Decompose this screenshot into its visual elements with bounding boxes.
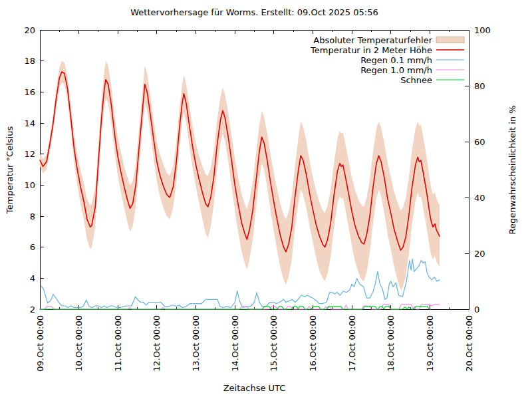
left-axis-title: Temperatur °Celsius xyxy=(5,104,15,237)
y-left-tick-label: 16 xyxy=(24,87,35,97)
y-right-tick-label: 100 xyxy=(474,25,491,35)
y-left-tick-label: 20 xyxy=(24,25,35,35)
x-tick-label: 15.Oct 00:00 xyxy=(269,315,279,372)
right-axis-title: Regenwahrscheinlichkeit in % xyxy=(507,97,517,243)
x-tick-label: 17.Oct 00:00 xyxy=(347,315,357,372)
x-tick-label: 18.Oct 00:00 xyxy=(386,315,396,372)
y-left-tick-label: 12 xyxy=(24,149,35,159)
x-axis-title: Zeitachse UTC xyxy=(0,383,509,393)
y-left-tick-label: 8 xyxy=(30,211,35,221)
x-tick-label: 13.Oct 00:00 xyxy=(191,315,201,372)
y-left-tick-label: 2 xyxy=(30,305,35,315)
y-right-tick-label: 60 xyxy=(474,137,485,147)
y-left-tick-label: 10 xyxy=(24,180,35,190)
y-left-tick-label: 18 xyxy=(24,56,35,66)
x-tick-label: 11.Oct 00:00 xyxy=(113,315,123,372)
legend-label-temperature: Temperatur in 2 Meter Höhe xyxy=(310,45,432,55)
rain_01-line xyxy=(41,259,440,307)
x-tick-label: 10.Oct 00:00 xyxy=(74,315,84,372)
y-right-tick-label: 80 xyxy=(474,81,485,91)
x-tick-label: 09.Oct 00:00 xyxy=(35,315,45,372)
legend-label-rain_01: Regen 0.1 mm/h xyxy=(360,55,432,65)
legend-label-error_band: Absoluter Temperaturfehler xyxy=(313,35,432,45)
legend-swatch-error_band xyxy=(436,37,464,43)
y-left-tick-label: 4 xyxy=(30,273,35,283)
x-tick-label: 19.Oct 00:00 xyxy=(425,315,435,372)
legend-label-rain_10: Regen 1.0 mm/h xyxy=(360,65,432,75)
weather-forecast-chart: 09.Oct 00:0010.Oct 00:0011.Oct 00:0012.O… xyxy=(0,0,532,399)
y-right-tick-label: 20 xyxy=(474,249,485,259)
x-tick-label: 12.Oct 00:00 xyxy=(152,315,162,372)
plot-canvas: 09.Oct 00:0010.Oct 00:0011.Oct 00:0012.O… xyxy=(0,0,532,399)
chart-title: Wettervorhersage für Worms. Erstellt: 09… xyxy=(0,7,509,17)
y-left-tick-label: 6 xyxy=(30,242,35,252)
x-tick-label: 14.Oct 00:00 xyxy=(230,315,240,372)
y-right-tick-label: 40 xyxy=(474,193,485,203)
x-tick-label: 16.Oct 00:00 xyxy=(308,315,318,372)
x-tick-label: 20.Oct 00:00 xyxy=(464,315,474,372)
legend-label-snow: Schnee xyxy=(400,75,432,85)
y-right-tick-label: 0 xyxy=(474,305,479,315)
temperature-error-band xyxy=(40,61,440,290)
y-left-tick-label: 14 xyxy=(24,118,35,128)
